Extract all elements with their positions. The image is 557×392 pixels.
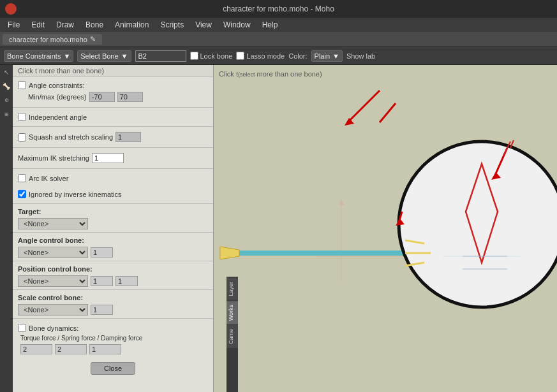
damping-val[interactable] [89,344,121,354]
svg-point-10 [399,142,557,307]
tab-label: character for moho.moho [9,36,87,43]
lasso-mode-checkbox[interactable]: Lasso mode [236,52,285,60]
app-logo [5,3,17,15]
max-ik-section: Maximum IK stretching [13,149,213,167]
content-row: ↖ 🦴 ⚙ ⊞ Click t more than one bone) Angl… [0,65,557,392]
bone-icon[interactable]: 🦴 [1,81,11,91]
independent-angle-section: Independent angle [13,109,213,125]
bone-constraints-arrow: ▼ [63,52,70,60]
target-section-label: Target: [13,205,213,217]
angle-constraints-section: Angle constraints: Min/max (degrees) [13,77,213,106]
min-value-input[interactable] [89,92,115,102]
pos-val1[interactable] [91,276,113,286]
squash-stretch-row: Squash and stretch scaling [18,131,208,143]
select-bone-label: Select Bone [80,52,118,60]
camera-tab[interactable]: Came [227,324,238,348]
scale-control-label: Scale control bone: [13,291,213,303]
torque-val[interactable] [20,344,52,354]
arc-ik-check[interactable] [18,174,26,182]
layer-tab[interactable]: Layer [227,277,238,300]
works-tab[interactable]: Works [227,300,238,324]
color-label: Color: [288,52,307,60]
angle-control-val1[interactable] [91,247,113,258]
angle-constraints-row: Angle constraints: [18,80,208,91]
arc-ik-row: Arc IK solver [18,173,208,184]
menu-view[interactable]: View [190,19,217,31]
menu-help[interactable]: Help [257,19,283,31]
menu-draw[interactable]: Draw [51,19,79,31]
bone-dynamics-section: Bone dynamics: Torque force / Spring for… [13,320,213,358]
squash-stretch-check[interactable] [18,133,26,142]
max-ik-label: Maximum IK stretching [18,154,89,162]
lock-bone-checkbox[interactable]: Lock bone [190,52,233,60]
scale-val1[interactable] [91,305,113,315]
menu-scripts[interactable]: Scripts [155,19,189,31]
click-hint: Click t more than one bone) [13,65,213,77]
toolbar: Bone Constraints ▼ Select Bone ▼ Lock bo… [0,47,557,65]
titlebar: character for moho.moho - Moho [0,0,557,18]
select-icon[interactable]: ↖ [1,67,11,77]
arc-ik-section: Arc IK solver [13,170,213,186]
bone-constraints-dropdown[interactable]: Bone Constraints ▼ [4,50,73,62]
ignored-ik-label: Ignored by inverse kinematics [29,191,122,198]
bone-constraints-label: Bone Constraints [7,52,61,60]
show-label: Show lab [346,52,375,60]
angle-control-select[interactable]: <None> [18,247,88,258]
independent-angle-check[interactable] [18,113,26,121]
max-ik-row: Maximum IK stretching [18,152,208,164]
independent-angle-row: Independent angle [18,112,208,122]
bone-name-input[interactable] [135,50,186,62]
bone-dynamics-row: Bone dynamics: [18,323,208,333]
bone-dynamics-label: Bone dynamics: [29,324,78,332]
menu-window[interactable]: Window [218,19,256,31]
min-max-label: Min/max (degrees) [28,93,87,101]
menu-edit[interactable]: Edit [26,19,50,31]
close-button[interactable]: Close [91,362,135,375]
max-value-input[interactable] [117,92,143,102]
ignored-ik-check[interactable] [18,190,26,198]
scale-control-select[interactable]: <None> [18,304,88,316]
tabbar: character for moho.moho ✎ [0,32,557,47]
pos-val2[interactable] [115,276,138,286]
menubar: File Edit Draw Bone Animation Scripts Vi… [0,18,557,32]
left-icon-column: ↖ 🦴 ⚙ ⊞ [0,65,13,392]
ignored-ik-section: Ignored by inverse kinematics [13,186,213,202]
bone-constraints-panel: Click t more than one bone) Angle constr… [13,65,214,392]
left-tabs: Layer Works Came [227,277,238,392]
scale-control-row: <None> [13,303,213,317]
lasso-mode-check[interactable] [236,52,244,60]
color-dropdown[interactable]: Plain ▼ [311,50,343,62]
tool-icon-1[interactable]: ⚙ [1,95,11,105]
target-row: <None> [13,217,213,231]
menu-file[interactable]: File [3,19,25,31]
lock-bone-label: Lock bone [200,52,233,60]
lock-bone-check[interactable] [190,52,198,60]
max-ik-input[interactable] [92,153,124,163]
angle-constraints-check[interactable] [18,81,26,89]
lasso-mode-label: Lasso mode [246,52,285,60]
position-control-row: <None> [13,274,213,288]
bone-dynamics-check[interactable] [18,324,26,332]
menu-animation[interactable]: Animation [110,19,154,31]
document-tab[interactable]: character for moho.moho ✎ [3,34,102,45]
position-control-select[interactable]: <None> [18,275,88,287]
arc-ik-label: Arc IK solver [29,175,68,182]
target-select[interactable]: <None> [18,218,88,229]
menu-bone[interactable]: Bone [80,19,108,31]
canvas-area: Click t(select more than one bone) [214,65,557,392]
angle-control-label: Angle control bone: [13,234,213,245]
window-title: character for moho.moho - Moho [223,4,334,13]
tool-icon-2[interactable]: ⊞ [1,109,11,119]
canvas-svg [214,65,557,392]
color-value: Plain [315,52,330,60]
torque-values-row [18,343,208,356]
squash-value-input[interactable] [115,132,141,142]
tab-dirty: ✎ [90,35,96,43]
color-arrow: ▼ [332,52,339,60]
angle-constraints-label: Angle constraints: [29,82,84,89]
canvas-hint: Click t(select more than one bone) [219,70,322,78]
spring-val[interactable] [55,344,87,354]
select-bone-arrow: ▼ [121,52,128,60]
select-bone-dropdown[interactable]: Select Bone ▼ [77,50,131,62]
torque-label: Torque force / Spring force / Damping fo… [20,335,142,342]
